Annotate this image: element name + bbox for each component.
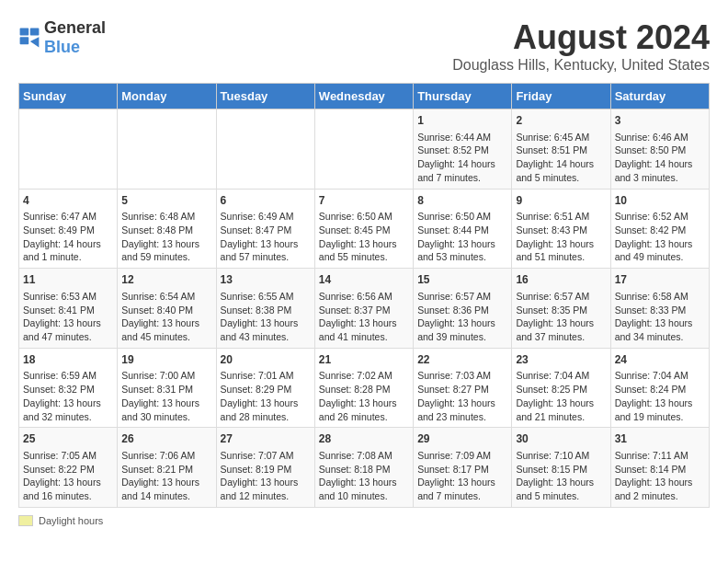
day-number: 5 [121,193,211,209]
day-number: 6 [221,193,311,209]
day-info: Sunrise: 7:06 AM Sunset: 8:21 PM Dayligh… [121,450,199,501]
day-info: Sunrise: 7:01 AM Sunset: 8:29 PM Dayligh… [221,370,299,421]
calendar-cell: 17Sunrise: 6:58 AM Sunset: 8:33 PM Dayli… [610,269,709,349]
day-info: Sunrise: 6:50 AM Sunset: 8:44 PM Dayligh… [417,211,495,262]
legend: Daylight hours [18,515,710,526]
day-info: Sunrise: 6:47 AM Sunset: 8:49 PM Dayligh… [23,211,101,262]
calendar-cell: 3Sunrise: 6:46 AM Sunset: 8:50 PM Daylig… [610,109,709,190]
day-number: 15 [417,272,507,288]
day-info: Sunrise: 6:57 AM Sunset: 8:35 PM Dayligh… [516,291,594,342]
day-info: Sunrise: 7:02 AM Sunset: 8:28 PM Dayligh… [319,370,397,421]
calendar-dow-wednesday: Wednesday [314,84,413,109]
day-number: 26 [121,431,211,447]
calendar-week-5: 25Sunrise: 7:05 AM Sunset: 8:22 PM Dayli… [19,428,710,508]
day-info: Sunrise: 6:56 AM Sunset: 8:37 PM Dayligh… [319,291,397,342]
calendar-cell: 8Sunrise: 6:50 AM Sunset: 8:44 PM Daylig… [414,189,512,269]
day-number: 2 [516,113,606,129]
day-info: Sunrise: 6:52 AM Sunset: 8:42 PM Dayligh… [615,211,693,262]
day-number: 18 [23,352,113,368]
calendar-cell [19,109,118,190]
subtitle: Douglass Hills, Kentucky, United States [452,57,710,74]
calendar-cell: 21Sunrise: 7:02 AM Sunset: 8:28 PM Dayli… [314,348,413,428]
calendar-cell: 24Sunrise: 7:04 AM Sunset: 8:24 PM Dayli… [610,348,709,428]
logo: General Blue [18,18,106,57]
day-number: 21 [319,352,409,368]
day-number: 16 [516,272,606,288]
calendar-cell: 2Sunrise: 6:45 AM Sunset: 8:51 PM Daylig… [512,109,610,190]
calendar-week-1: 1Sunrise: 6:44 AM Sunset: 8:52 PM Daylig… [19,109,710,190]
calendar-cell: 25Sunrise: 7:05 AM Sunset: 8:22 PM Dayli… [19,428,118,508]
day-info: Sunrise: 7:04 AM Sunset: 8:25 PM Dayligh… [516,370,594,421]
calendar-cell: 23Sunrise: 7:04 AM Sunset: 8:25 PM Dayli… [512,348,610,428]
day-info: Sunrise: 7:07 AM Sunset: 8:19 PM Dayligh… [221,450,299,501]
day-info: Sunrise: 6:51 AM Sunset: 8:43 PM Dayligh… [516,211,594,262]
page-header: General Blue August 2024 Douglass Hills,… [18,18,710,74]
day-number: 1 [417,113,507,129]
day-number: 8 [417,193,507,209]
calendar-cell [314,109,413,190]
day-number: 31 [615,431,705,447]
main-title: August 2024 [452,18,710,57]
day-info: Sunrise: 6:59 AM Sunset: 8:32 PM Dayligh… [23,370,101,421]
calendar-cell: 27Sunrise: 7:07 AM Sunset: 8:19 PM Dayli… [216,428,314,508]
calendar-cell: 22Sunrise: 7:03 AM Sunset: 8:27 PM Dayli… [414,348,512,428]
day-info: Sunrise: 7:05 AM Sunset: 8:22 PM Dayligh… [23,450,101,501]
day-info: Sunrise: 6:53 AM Sunset: 8:41 PM Dayligh… [23,291,101,342]
calendar-cell: 13Sunrise: 6:55 AM Sunset: 8:38 PM Dayli… [216,269,314,349]
calendar-cell: 19Sunrise: 7:00 AM Sunset: 8:31 PM Dayli… [118,348,216,428]
calendar-cell: 18Sunrise: 6:59 AM Sunset: 8:32 PM Dayli… [19,348,118,428]
calendar-header-row: SundayMondayTuesdayWednesdayThursdayFrid… [19,84,710,109]
calendar-cell: 4Sunrise: 6:47 AM Sunset: 8:49 PM Daylig… [19,189,118,269]
day-number: 25 [23,431,113,447]
day-info: Sunrise: 6:50 AM Sunset: 8:45 PM Dayligh… [319,211,397,262]
calendar-cell [118,109,216,190]
calendar-cell: 31Sunrise: 7:11 AM Sunset: 8:14 PM Dayli… [610,428,709,508]
day-info: Sunrise: 6:46 AM Sunset: 8:50 PM Dayligh… [615,132,693,183]
calendar-cell: 30Sunrise: 7:10 AM Sunset: 8:15 PM Dayli… [512,428,610,508]
calendar-dow-tuesday: Tuesday [216,84,314,109]
day-number: 14 [319,272,409,288]
logo-icon [18,27,40,49]
calendar-cell: 9Sunrise: 6:51 AM Sunset: 8:43 PM Daylig… [512,189,610,269]
day-info: Sunrise: 6:54 AM Sunset: 8:40 PM Dayligh… [121,291,199,342]
day-number: 29 [417,431,507,447]
calendar-cell: 28Sunrise: 7:08 AM Sunset: 8:18 PM Dayli… [314,428,413,508]
day-info: Sunrise: 6:55 AM Sunset: 8:38 PM Dayligh… [221,291,299,342]
day-info: Sunrise: 7:09 AM Sunset: 8:17 PM Dayligh… [417,450,495,501]
title-area: August 2024 Douglass Hills, Kentucky, Un… [452,18,710,74]
calendar-week-2: 4Sunrise: 6:47 AM Sunset: 8:49 PM Daylig… [19,189,710,269]
calendar-cell: 29Sunrise: 7:09 AM Sunset: 8:17 PM Dayli… [414,428,512,508]
calendar-cell: 16Sunrise: 6:57 AM Sunset: 8:35 PM Dayli… [512,269,610,349]
day-number: 12 [121,272,211,288]
day-number: 13 [221,272,311,288]
calendar-cell: 6Sunrise: 6:49 AM Sunset: 8:47 PM Daylig… [216,189,314,269]
day-info: Sunrise: 6:44 AM Sunset: 8:52 PM Dayligh… [417,132,495,183]
calendar-cell: 26Sunrise: 7:06 AM Sunset: 8:21 PM Dayli… [118,428,216,508]
calendar-cell: 11Sunrise: 6:53 AM Sunset: 8:41 PM Dayli… [19,269,118,349]
svg-rect-0 [20,29,29,36]
day-number: 27 [221,431,311,447]
day-info: Sunrise: 7:00 AM Sunset: 8:31 PM Dayligh… [121,370,199,421]
calendar-cell: 7Sunrise: 6:50 AM Sunset: 8:45 PM Daylig… [314,189,413,269]
calendar-dow-friday: Friday [512,84,610,109]
calendar-cell: 14Sunrise: 6:56 AM Sunset: 8:37 PM Dayli… [314,269,413,349]
day-info: Sunrise: 6:49 AM Sunset: 8:47 PM Dayligh… [221,211,299,262]
day-number: 11 [23,272,113,288]
calendar-table: SundayMondayTuesdayWednesdayThursdayFrid… [18,83,710,508]
calendar-cell [216,109,314,190]
calendar-dow-monday: Monday [118,84,216,109]
calendar-dow-thursday: Thursday [414,84,512,109]
day-number: 28 [319,431,409,447]
day-info: Sunrise: 7:03 AM Sunset: 8:27 PM Dayligh… [417,370,495,421]
svg-marker-3 [30,37,40,47]
day-info: Sunrise: 6:45 AM Sunset: 8:51 PM Dayligh… [516,132,594,183]
calendar-cell: 10Sunrise: 6:52 AM Sunset: 8:42 PM Dayli… [610,189,709,269]
svg-rect-2 [20,37,29,44]
legend-label: Daylight hours [39,515,103,526]
day-number: 22 [417,352,507,368]
day-number: 4 [23,193,113,209]
day-number: 9 [516,193,606,209]
day-number: 10 [615,193,705,209]
logo-general: General [44,18,106,37]
calendar-cell: 5Sunrise: 6:48 AM Sunset: 8:48 PM Daylig… [118,189,216,269]
